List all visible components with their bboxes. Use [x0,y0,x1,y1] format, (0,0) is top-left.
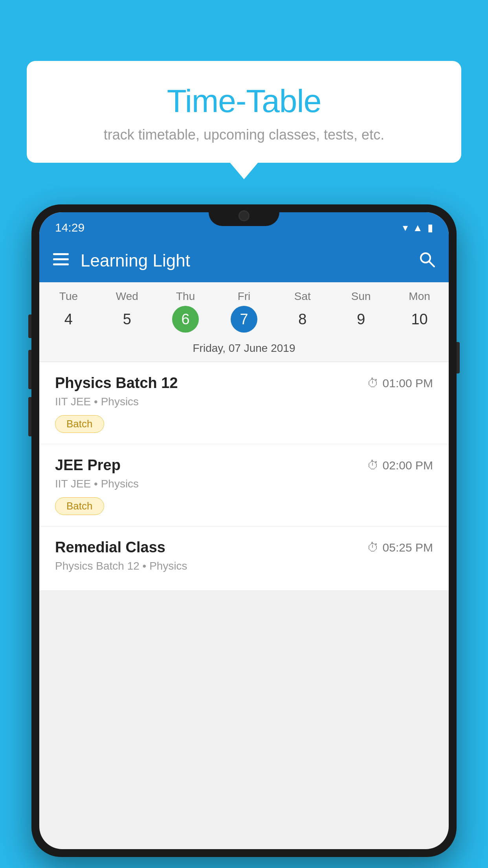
volume-down-button [28,350,31,389]
search-button[interactable] [418,251,435,271]
schedule-title: Physics Batch 12 [55,375,178,392]
svg-rect-0 [53,253,69,255]
svg-line-4 [429,261,434,267]
time-text: 01:00 PM [383,377,433,390]
bubble-title: Time-Table [50,83,438,120]
day-name: Mon [390,290,449,303]
power-button [457,342,460,373]
selected-date-label: Friday, 07 June 2019 [39,337,449,362]
volume-up-button [28,314,31,338]
week-day-col[interactable]: Thu6 [156,290,215,333]
app-bar-title: Learning Light [81,251,407,270]
schedule-subtitle: IIT JEE • Physics [55,395,433,408]
schedule-item[interactable]: JEE Prep⏱02:00 PMIIT JEE • PhysicsBatch [39,444,449,526]
speech-bubble-container: Time-Table track timetable, upcoming cla… [27,61,461,163]
day-number: 7 [231,306,257,333]
hamburger-icon[interactable] [53,253,69,268]
day-number: 4 [55,306,82,333]
phone-screen: 14:29 ▾ ▲ ▮ Learning Light [39,212,449,849]
day-name: Sat [273,290,332,303]
schedule-title: Remedial Class [55,539,165,556]
day-number: 10 [406,306,433,333]
batch-badge: Batch [55,497,104,515]
schedule-item[interactable]: Physics Batch 12⏱01:00 PMIIT JEE • Physi… [39,362,449,444]
day-name: Wed [98,290,156,303]
schedule-subtitle: Physics Batch 12 • Physics [55,560,433,572]
batch-badge: Batch [55,415,104,433]
day-name: Thu [156,290,215,303]
phone-outer: 14:29 ▾ ▲ ▮ Learning Light [31,204,457,857]
clock-icon: ⏱ [367,377,379,390]
battery-icon: ▮ [427,222,433,234]
clock-icon: ⏱ [367,459,379,472]
clock-icon: ⏱ [367,541,379,554]
phone-frame: 14:29 ▾ ▲ ▮ Learning Light [31,204,457,857]
week-day-col[interactable]: Tue4 [39,290,98,333]
schedule-item-header: Remedial Class⏱05:25 PM [55,539,433,556]
week-day-col[interactable]: Wed5 [98,290,156,333]
week-day-col[interactable]: Fri7 [215,290,273,333]
schedule-item[interactable]: Remedial Class⏱05:25 PMPhysics Batch 12 … [39,526,449,591]
speech-bubble: Time-Table track timetable, upcoming cla… [27,61,461,163]
day-number: 8 [289,306,316,333]
day-number: 5 [114,306,140,333]
schedule-title: JEE Prep [55,457,121,474]
day-number: 6 [172,306,199,333]
svg-rect-1 [53,258,69,260]
phone-notch [209,204,279,226]
time-text: 05:25 PM [383,541,433,554]
day-name: Sun [332,290,390,303]
bubble-subtitle: track timetable, upcoming classes, tests… [50,127,438,143]
schedule-item-header: JEE Prep⏱02:00 PM [55,457,433,474]
week-day-col[interactable]: Sat8 [273,290,332,333]
schedule-time: ⏱01:00 PM [367,377,433,390]
signal-icon: ▲ [413,222,423,234]
schedule-item-header: Physics Batch 12⏱01:00 PM [55,375,433,392]
day-name: Fri [215,290,273,303]
status-icons: ▾ ▲ ▮ [403,222,433,234]
silent-button [28,397,31,436]
day-number: 9 [348,306,374,333]
schedule-time: ⏱05:25 PM [367,541,433,554]
wifi-icon: ▾ [403,222,408,234]
week-day-col[interactable]: Sun9 [332,290,390,333]
schedule-time: ⏱02:00 PM [367,459,433,472]
status-time: 14:29 [55,221,84,234]
week-days: Tue4Wed5Thu6Fri7Sat8Sun9Mon10 [39,282,449,337]
calendar-section: Tue4Wed5Thu6Fri7Sat8Sun9Mon10 Friday, 07… [39,282,449,362]
schedule-subtitle: IIT JEE • Physics [55,478,433,490]
day-name: Tue [39,290,98,303]
svg-rect-2 [53,263,69,265]
week-day-col[interactable]: Mon10 [390,290,449,333]
time-text: 02:00 PM [383,459,433,472]
app-bar: Learning Light [39,239,449,282]
schedule-list: Physics Batch 12⏱01:00 PMIIT JEE • Physi… [39,362,449,591]
front-camera [238,210,250,221]
